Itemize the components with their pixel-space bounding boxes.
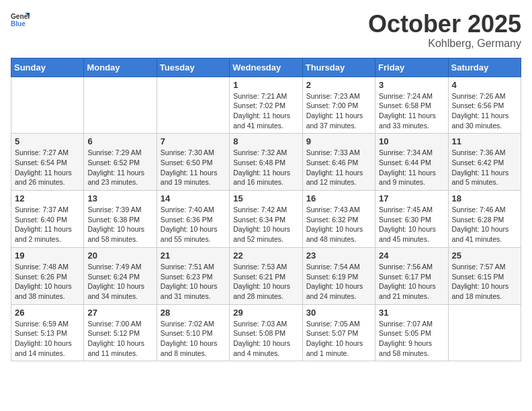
calendar-week-row: 5Sunrise: 7:27 AM Sunset: 6:54 PM Daylig…: [11, 134, 521, 191]
day-number: 31: [379, 308, 444, 318]
calendar-cell: 10Sunrise: 7:34 AM Sunset: 6:44 PM Dayli…: [375, 134, 448, 191]
calendar-cell: 21Sunrise: 7:51 AM Sunset: 6:23 PM Dayli…: [157, 247, 229, 304]
day-info: Sunrise: 7:40 AM Sunset: 6:36 PM Dayligh…: [161, 205, 226, 244]
day-info: Sunrise: 7:48 AM Sunset: 6:26 PM Dayligh…: [15, 262, 80, 302]
calendar-week-row: 1Sunrise: 7:21 AM Sunset: 7:02 PM Daylig…: [11, 77, 521, 134]
title-block: October 2025 Kohlberg, Germany: [368, 11, 521, 50]
day-number: 21: [161, 250, 226, 261]
calendar-cell: [448, 304, 521, 361]
day-info: Sunrise: 7:37 AM Sunset: 6:40 PM Dayligh…: [15, 205, 80, 244]
month-title: October 2025: [368, 11, 521, 38]
day-number: 11: [452, 136, 517, 146]
day-number: 1: [233, 80, 298, 90]
calendar-cell: 5Sunrise: 7:27 AM Sunset: 6:54 PM Daylig…: [11, 134, 84, 191]
day-info: Sunrise: 7:30 AM Sunset: 6:50 PM Dayligh…: [161, 148, 226, 187]
day-info: Sunrise: 7:07 AM Sunset: 5:05 PM Dayligh…: [379, 319, 444, 359]
day-number: 4: [452, 80, 517, 90]
calendar-cell: 31Sunrise: 7:07 AM Sunset: 5:05 PM Dayli…: [375, 304, 448, 361]
calendar-week-row: 19Sunrise: 7:48 AM Sunset: 6:26 PM Dayli…: [11, 247, 521, 304]
calendar-cell: 3Sunrise: 7:24 AM Sunset: 6:58 PM Daylig…: [375, 77, 448, 134]
day-info: Sunrise: 7:51 AM Sunset: 6:23 PM Dayligh…: [161, 262, 226, 302]
day-info: Sunrise: 7:24 AM Sunset: 6:58 PM Dayligh…: [379, 91, 444, 131]
calendar-cell: 29Sunrise: 7:03 AM Sunset: 5:08 PM Dayli…: [230, 304, 302, 361]
day-info: Sunrise: 7:56 AM Sunset: 6:17 PM Dayligh…: [379, 262, 444, 302]
weekday-header-thursday: Thursday: [302, 58, 375, 77]
calendar-week-row: 26Sunrise: 6:59 AM Sunset: 5:13 PM Dayli…: [11, 304, 521, 361]
day-info: Sunrise: 7:53 AM Sunset: 6:21 PM Dayligh…: [233, 262, 298, 302]
day-info: Sunrise: 7:03 AM Sunset: 5:08 PM Dayligh…: [233, 319, 298, 359]
calendar-cell: 4Sunrise: 7:26 AM Sunset: 6:56 PM Daylig…: [448, 77, 521, 134]
day-number: 18: [452, 193, 517, 203]
day-number: 12: [15, 193, 80, 203]
day-number: 22: [233, 250, 298, 261]
day-number: 14: [161, 193, 226, 203]
calendar-cell: 7Sunrise: 7:30 AM Sunset: 6:50 PM Daylig…: [157, 134, 229, 191]
calendar-cell: 17Sunrise: 7:45 AM Sunset: 6:30 PM Dayli…: [375, 191, 448, 248]
day-number: 10: [379, 136, 444, 146]
calendar-cell: 26Sunrise: 6:59 AM Sunset: 5:13 PM Dayli…: [11, 304, 84, 361]
day-number: 26: [15, 308, 80, 318]
calendar-table: SundayMondayTuesdayWednesdayThursdayFrid…: [11, 58, 521, 362]
weekday-header-row: SundayMondayTuesdayWednesdayThursdayFrid…: [11, 58, 521, 77]
day-info: Sunrise: 6:59 AM Sunset: 5:13 PM Dayligh…: [15, 319, 80, 359]
day-number: 30: [306, 308, 371, 318]
day-number: 13: [87, 193, 152, 203]
day-number: 27: [87, 308, 152, 318]
day-info: Sunrise: 7:54 AM Sunset: 6:19 PM Dayligh…: [306, 262, 371, 302]
weekday-header-sunday: Sunday: [11, 58, 84, 77]
day-number: 15: [233, 193, 298, 203]
logo-icon: General Blue: [11, 11, 30, 30]
weekday-header-wednesday: Wednesday: [230, 58, 302, 77]
day-info: Sunrise: 7:49 AM Sunset: 6:24 PM Dayligh…: [87, 262, 152, 302]
day-info: Sunrise: 7:29 AM Sunset: 6:52 PM Dayligh…: [87, 148, 152, 187]
calendar-cell: 8Sunrise: 7:32 AM Sunset: 6:48 PM Daylig…: [230, 134, 302, 191]
day-info: Sunrise: 7:39 AM Sunset: 6:38 PM Dayligh…: [87, 205, 152, 244]
day-info: Sunrise: 7:45 AM Sunset: 6:30 PM Dayligh…: [379, 205, 444, 244]
day-number: 29: [233, 308, 298, 318]
calendar-cell: 1Sunrise: 7:21 AM Sunset: 7:02 PM Daylig…: [230, 77, 302, 134]
calendar-cell: 23Sunrise: 7:54 AM Sunset: 6:19 PM Dayli…: [302, 247, 375, 304]
weekday-header-monday: Monday: [84, 58, 157, 77]
calendar-cell: 24Sunrise: 7:56 AM Sunset: 6:17 PM Dayli…: [375, 247, 448, 304]
page-header: General Blue October 2025 Kohlberg, Germ…: [11, 11, 521, 50]
day-number: 5: [15, 136, 80, 146]
day-info: Sunrise: 7:27 AM Sunset: 6:54 PM Dayligh…: [15, 148, 80, 187]
day-number: 8: [233, 136, 298, 146]
day-number: 16: [306, 193, 371, 203]
calendar-cell: 12Sunrise: 7:37 AM Sunset: 6:40 PM Dayli…: [11, 191, 84, 248]
day-number: 28: [161, 308, 226, 318]
weekday-header-friday: Friday: [375, 58, 448, 77]
day-number: 24: [379, 250, 444, 261]
day-number: 19: [15, 250, 80, 261]
calendar-cell: 19Sunrise: 7:48 AM Sunset: 6:26 PM Dayli…: [11, 247, 84, 304]
day-number: 9: [306, 136, 371, 146]
calendar-cell: 25Sunrise: 7:57 AM Sunset: 6:15 PM Dayli…: [448, 247, 521, 304]
day-info: Sunrise: 7:23 AM Sunset: 7:00 PM Dayligh…: [306, 91, 371, 131]
calendar-cell: 11Sunrise: 7:36 AM Sunset: 6:42 PM Dayli…: [448, 134, 521, 191]
day-number: 20: [87, 250, 152, 261]
day-number: 7: [161, 136, 226, 146]
day-info: Sunrise: 7:34 AM Sunset: 6:44 PM Dayligh…: [379, 148, 444, 187]
calendar-cell: 14Sunrise: 7:40 AM Sunset: 6:36 PM Dayli…: [157, 191, 229, 248]
calendar-cell: 28Sunrise: 7:02 AM Sunset: 5:10 PM Dayli…: [157, 304, 229, 361]
day-number: 25: [452, 250, 517, 261]
day-number: 3: [379, 80, 444, 90]
day-info: Sunrise: 7:21 AM Sunset: 7:02 PM Dayligh…: [233, 91, 298, 131]
day-info: Sunrise: 7:42 AM Sunset: 6:34 PM Dayligh…: [233, 205, 298, 244]
day-info: Sunrise: 7:33 AM Sunset: 6:46 PM Dayligh…: [306, 148, 371, 187]
day-number: 23: [306, 250, 371, 261]
day-info: Sunrise: 7:32 AM Sunset: 6:48 PM Dayligh…: [233, 148, 298, 187]
calendar-cell: 2Sunrise: 7:23 AM Sunset: 7:00 PM Daylig…: [302, 77, 375, 134]
weekday-header-tuesday: Tuesday: [157, 58, 229, 77]
calendar-cell: 18Sunrise: 7:46 AM Sunset: 6:28 PM Dayli…: [448, 191, 521, 248]
calendar-cell: 20Sunrise: 7:49 AM Sunset: 6:24 PM Dayli…: [84, 247, 157, 304]
day-info: Sunrise: 7:36 AM Sunset: 6:42 PM Dayligh…: [452, 148, 517, 187]
calendar-cell: [157, 77, 229, 134]
day-number: 6: [87, 136, 152, 146]
day-number: 17: [379, 193, 444, 203]
day-info: Sunrise: 7:46 AM Sunset: 6:28 PM Dayligh…: [452, 205, 517, 244]
calendar-cell: 13Sunrise: 7:39 AM Sunset: 6:38 PM Dayli…: [84, 191, 157, 248]
day-info: Sunrise: 7:02 AM Sunset: 5:10 PM Dayligh…: [161, 319, 226, 359]
calendar-cell: 16Sunrise: 7:43 AM Sunset: 6:32 PM Dayli…: [302, 191, 375, 248]
calendar-cell: 22Sunrise: 7:53 AM Sunset: 6:21 PM Dayli…: [230, 247, 302, 304]
